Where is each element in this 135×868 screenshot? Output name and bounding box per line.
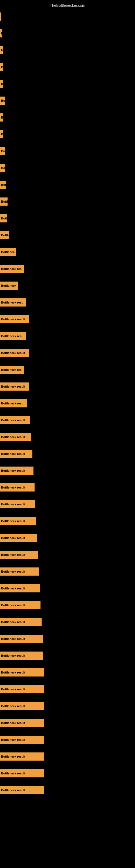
bar-row: Bottleneck result: [0, 664, 135, 681]
result-bar: Bottleneck result: [0, 635, 43, 643]
bar-row: Bottleneck result: [0, 647, 135, 664]
result-bar: P: [0, 29, 2, 37]
result-bar: Bottleneck result: [0, 382, 29, 391]
bar-row: P: [0, 25, 135, 42]
bar-row: Bottleneck result: [0, 412, 135, 429]
result-bar: Bot: [0, 181, 6, 189]
result-bar: Bottleneck result: [0, 652, 43, 660]
result-bar: B: [0, 113, 3, 122]
bar-row: Bottleneck result: [0, 378, 135, 395]
bar-row: Bottleneck resu: [0, 395, 135, 412]
bar-row: Bottleneck result: [0, 513, 135, 529]
result-bar: Bottleneck resu: [0, 332, 26, 340]
bar-row: Bottleneck result: [0, 714, 135, 731]
bar-row: Bottleneck res: [0, 361, 135, 378]
result-bar: Bottleneck result: [0, 450, 32, 458]
bar-row: Bottleneck result: [0, 529, 135, 546]
result-bar: Bottlenec: [0, 248, 16, 256]
result-bar: Bottleneck result: [0, 484, 35, 492]
bar-row: Bottleneck result: [0, 546, 135, 563]
bar-row: E: [0, 42, 135, 59]
bar-row: Bottle: [0, 227, 135, 244]
result-bar: Bottleneck result: [0, 584, 40, 592]
bar-row: B: [0, 59, 135, 75]
bar-row: Bottleneck result: [0, 462, 135, 479]
bar-row: Bottleneck result: [0, 429, 135, 445]
result-bar: B: [0, 63, 3, 71]
result-bar: Bottleneck result: [0, 736, 44, 744]
result-bar: Bottleneck result: [0, 752, 44, 761]
result-bar: Bottleneck result: [0, 517, 36, 525]
result-bar: Bottleneck: [0, 282, 18, 290]
bar-row: Bottlenec: [0, 244, 135, 260]
result-bar: Bottleneck res: [0, 366, 24, 374]
result-bar: Bottleneck resu: [0, 399, 27, 407]
result-bar: Bottleneck result: [0, 433, 31, 441]
result-bar: Bo: [0, 147, 5, 155]
bar-row: Bott: [0, 210, 135, 227]
bar-row: Bo: [0, 159, 135, 176]
result-bar: Bottleneck result: [0, 769, 44, 777]
bar-row: Bottleneck resu: [0, 294, 135, 311]
bar-row: Bottleneck result: [0, 597, 135, 614]
result-bar: Bottleneck result: [0, 534, 37, 542]
bar-row: Bottl: [0, 193, 135, 210]
result-bar: Bottleneck res: [0, 265, 24, 273]
bar-row: Bo: [0, 143, 135, 159]
bar-row: B: [0, 109, 135, 126]
bar-row: Bottleneck result: [0, 445, 135, 462]
bar-row: Bottleneck result: [0, 731, 135, 748]
bar-row: Bottleneck result: [0, 311, 135, 328]
result-bar: B: [0, 130, 3, 138]
bar-row: Bottleneck resu: [0, 328, 135, 344]
result-bar: Bottleneck result: [0, 601, 41, 609]
result-bar: Bottl: [0, 197, 8, 206]
result-bar: Bottle: [0, 231, 9, 239]
result-bar: Bottleneck result: [0, 500, 35, 508]
result-bar: Bottleneck result: [0, 719, 44, 727]
result-bar: Bottleneck result: [0, 685, 44, 693]
bars-container: |PEBBBoBBBoBoBotBottlBottBottleBottlenec…: [0, 8, 135, 799]
bar-row: Bottleneck result: [0, 698, 135, 714]
result-bar: Bottleneck result: [0, 567, 39, 576]
bar-row: B: [0, 126, 135, 143]
bar-row: Bottleneck result: [0, 681, 135, 698]
result-bar: Bottleneck result: [0, 702, 44, 710]
bar-row: Bottleneck res: [0, 260, 135, 277]
result-bar: Bottleneck resu: [0, 299, 26, 307]
result-bar: Bottleneck result: [0, 315, 29, 323]
bar-row: Bot: [0, 176, 135, 193]
bar-row: Bottleneck result: [0, 479, 135, 496]
result-bar: Bo: [0, 97, 5, 105]
bar-row: Bottleneck result: [0, 630, 135, 647]
bar-row: Bottleneck result: [0, 782, 135, 799]
result-bar: Bo: [0, 164, 5, 172]
result-bar: Bottleneck result: [0, 467, 34, 475]
bar-row: Bottleneck result: [0, 765, 135, 782]
result-bar: Bottleneck result: [0, 786, 44, 794]
result-bar: Bottleneck result: [0, 669, 44, 677]
bar-row: Bottleneck result: [0, 496, 135, 513]
bar-row: Bottleneck: [0, 277, 135, 294]
result-bar: Bottleneck result: [0, 416, 30, 424]
bar-row: Bottleneck result: [0, 563, 135, 580]
bar-row: Bottleneck result: [0, 344, 135, 361]
result-bar: Bottleneck result: [0, 551, 38, 559]
bar-row: Bottleneck result: [0, 748, 135, 765]
result-bar: E: [0, 46, 3, 54]
bar-row: Bottleneck result: [0, 580, 135, 597]
bar-row: Bottleneck result: [0, 614, 135, 630]
bar-row: |: [0, 8, 135, 25]
result-bar: |: [0, 12, 1, 21]
bar-row: Bo: [0, 92, 135, 109]
result-bar: B: [0, 80, 3, 88]
result-bar: Bottleneck result: [0, 349, 29, 357]
result-bar: Bottleneck result: [0, 618, 42, 626]
bar-row: B: [0, 75, 135, 92]
result-bar: Bott: [0, 214, 7, 222]
